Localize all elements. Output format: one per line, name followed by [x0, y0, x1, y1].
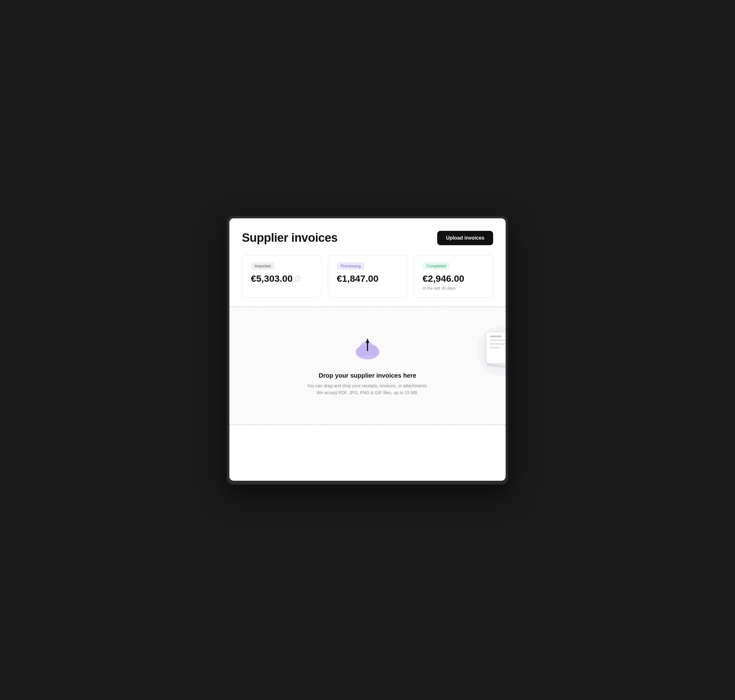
processing-badge: Processing — [337, 262, 364, 269]
invoice-line-3 — [490, 343, 505, 345]
drop-zone-title: Drop your supplier invoices here — [319, 372, 416, 379]
drop-zone-subtitle: You can drag and drop your receipts, inv… — [307, 382, 428, 396]
floating-invoice-illustration: 🤜 — [486, 332, 506, 379]
stat-card-imported: Imported €5,303.00 i — [242, 255, 321, 298]
invoice-paper-front — [486, 332, 506, 363]
cloud-upload-svg — [352, 334, 383, 364]
info-icon-imported[interactable]: i — [295, 276, 300, 281]
imported-badge: Imported — [251, 262, 274, 269]
page-title: Supplier invoices — [242, 231, 337, 244]
stat-card-completed: Completed €2,946.00 In the last 30 days — [414, 255, 493, 298]
completed-sub-text: In the last 30 days — [423, 286, 484, 291]
app-container: Supplier invoices Upload invoices Import… — [229, 218, 506, 481]
upload-invoices-button[interactable]: Upload invoices — [437, 231, 493, 245]
completed-badge: Completed — [423, 262, 450, 269]
invoice-line-2 — [490, 339, 505, 341]
invoice-line-1 — [490, 335, 502, 337]
screen-wrapper: Supplier invoices Upload invoices Import… — [227, 216, 508, 484]
page-content: Supplier invoices Upload invoices Import… — [229, 218, 506, 298]
stat-card-processing: Processing €1,847.00 — [328, 255, 408, 298]
invoice-line-4 — [490, 347, 500, 349]
stats-row: Imported €5,303.00 i Processing €1,847.0… — [242, 255, 493, 298]
processing-amount: €1,847.00 — [337, 273, 398, 284]
invoice-stack — [486, 332, 506, 368]
completed-amount: €2,946.00 — [423, 273, 484, 284]
upload-cloud-illustration — [352, 335, 383, 363]
drop-zone[interactable]: 🤜 Drop your supplier invoices here You c… — [229, 306, 506, 425]
imported-amount: €5,303.00 i — [251, 273, 312, 284]
page-header: Supplier invoices Upload invoices — [242, 231, 493, 245]
